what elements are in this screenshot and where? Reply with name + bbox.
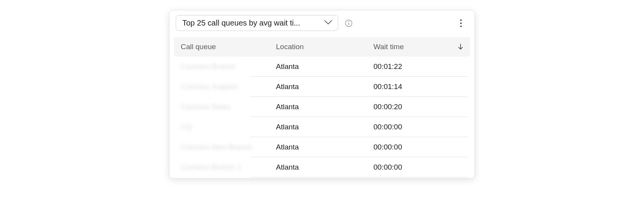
- dropdown-filter[interactable]: Top 25 call queues by avg wait ti...: [176, 15, 338, 31]
- cell-queue: Cumulus Branch: [181, 62, 235, 70]
- row-divider: [250, 177, 467, 177]
- table-row[interactable]: Cumulus New Branch Atlanta 00:00:00: [177, 137, 467, 157]
- column-header-wait-label: Wait time: [373, 43, 404, 51]
- table-row[interactable]: Cumulus Support Atlanta 00:01:14: [177, 77, 467, 96]
- table-body: Cumulus Branch Atlanta 00:01:22 Cumulus …: [174, 57, 470, 177]
- cell-wait: 00:00:00: [373, 143, 402, 151]
- table-row[interactable]: CQ Atlanta 00:00:00: [177, 117, 467, 137]
- cell-wait: 00:01:22: [373, 62, 402, 70]
- more-options-button[interactable]: [455, 17, 467, 29]
- table-header: Call queue Location Wait time: [174, 37, 470, 57]
- table-row[interactable]: Cumulus Branch Atlanta 00:01:22: [177, 57, 467, 76]
- cell-wait: 00:00:00: [373, 163, 402, 171]
- column-header-location[interactable]: Location: [276, 43, 304, 51]
- chevron-down-icon: [324, 20, 332, 27]
- cell-location: Atlanta: [276, 82, 299, 91]
- table-row[interactable]: Cumulus Sales Atlanta 00:00:20: [177, 97, 467, 117]
- table-row[interactable]: Cumulus Branch 2 Atlanta 00:00:00: [177, 157, 467, 177]
- cell-queue: Cumulus Branch 2: [181, 163, 241, 171]
- arrow-down-icon: [458, 43, 463, 50]
- column-header-queue[interactable]: Call queue: [181, 43, 216, 51]
- cell-wait: 00:01:14: [373, 82, 402, 91]
- cell-queue: Cumulus Sales: [181, 103, 230, 111]
- cell-queue: Cumulus Support: [181, 82, 238, 91]
- cell-wait: 00:00:20: [373, 103, 402, 111]
- cell-location: Atlanta: [276, 143, 299, 151]
- svg-point-3: [460, 19, 462, 21]
- cell-queue: CQ: [181, 123, 192, 131]
- card-header: Top 25 call queues by avg wait ti...: [170, 15, 474, 37]
- column-header-wait[interactable]: Wait time: [373, 43, 467, 51]
- svg-point-1: [348, 21, 349, 22]
- cell-location: Atlanta: [276, 163, 299, 171]
- svg-point-5: [460, 26, 462, 27]
- cell-wait: 00:00:00: [373, 123, 402, 131]
- call-queue-table: Call queue Location Wait time Cumulus Br…: [174, 37, 470, 177]
- svg-point-4: [460, 22, 462, 24]
- call-queue-card: Top 25 call queues by avg wait ti...: [169, 10, 475, 179]
- svg-rect-2: [348, 22, 349, 25]
- dropdown-label: Top 25 call queues by avg wait ti...: [182, 19, 300, 27]
- cell-queue: Cumulus New Branch: [181, 143, 252, 151]
- cell-location: Atlanta: [276, 123, 299, 131]
- cell-location: Atlanta: [276, 62, 299, 70]
- info-icon[interactable]: [344, 18, 354, 28]
- cell-location: Atlanta: [276, 103, 299, 111]
